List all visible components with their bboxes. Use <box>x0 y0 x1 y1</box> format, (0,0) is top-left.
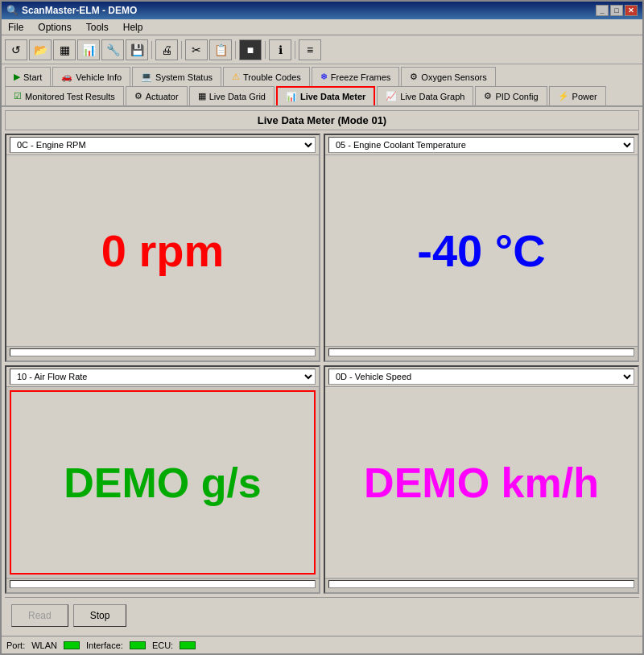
meter2-dropdown-row: 05 - Engine Coolant Temperature <box>325 135 638 155</box>
section-title: Live Data Meter (Mode 01) <box>5 110 639 130</box>
meter2-value: -40 °C <box>417 225 545 277</box>
meter4-progress-bar <box>328 580 634 588</box>
toolbar-save[interactable]: 💾 <box>126 39 148 60</box>
meter-engine-rpm: 0C - Engine RPM 0 rpm <box>5 134 320 362</box>
meters-grid: 0C - Engine RPM 0 rpm 05 - Engine Coolan… <box>5 134 639 594</box>
tab-actuator[interactable]: ⚙ Actuator <box>126 86 188 105</box>
toolbar-refresh[interactable]: ↺ <box>5 39 27 60</box>
tab-live-data-meter[interactable]: 📊 Live Data Meter <box>276 86 375 105</box>
meter3-value-area: DEMO g/s <box>10 390 316 575</box>
bottom-bar: Read Stop <box>5 597 639 632</box>
tab-pid-config[interactable]: ⚙ PID Config <box>475 86 547 105</box>
meter4-value-area: DEMO km/h <box>325 387 638 578</box>
title-bar: 🔍 ScanMaster-ELM - DEMO _ □ ✕ <box>2 2 642 19</box>
toolbar-wrench[interactable]: 🔧 <box>101 39 124 60</box>
meter1-value-area: 0 rpm <box>6 155 319 346</box>
meter3-progress-bar <box>10 580 316 588</box>
menu-bar: File Options Tools Help <box>2 19 642 35</box>
interface-led <box>130 641 146 649</box>
meter4-dropdown-row: 0D - Vehicle Speed <box>325 367 638 387</box>
toolbar-black-square[interactable]: ■ <box>239 39 262 60</box>
toolbar-print[interactable]: 🖨 <box>155 39 178 60</box>
toolbar-chart[interactable]: 📊 <box>77 39 100 60</box>
port-label: Port: <box>6 641 25 650</box>
monitored-test-icon: ☑ <box>14 91 22 101</box>
content-area: Live Data Meter (Mode 01) 0C - Engine RP… <box>2 105 642 636</box>
meter-vehicle-speed: 0D - Vehicle Speed DEMO km/h <box>324 365 639 594</box>
tab-monitored-test[interactable]: ☑ Monitored Test Results <box>5 86 124 105</box>
meter4-value: DEMO km/h <box>364 459 599 507</box>
meter3-select[interactable]: 10 - Air Flow Rate <box>10 369 316 385</box>
close-btn[interactable]: ✕ <box>625 5 638 16</box>
nav-row1: ▶ Start 🚗 Vehicle Info 💻 System Status ⚠… <box>2 64 642 86</box>
toolbar-sep1 <box>151 41 152 59</box>
tab-live-data-grid[interactable]: ▦ Live Data Grid <box>189 86 275 105</box>
vehicle-info-icon: 🚗 <box>61 72 72 82</box>
toolbar-cut[interactable]: ✂ <box>185 39 208 60</box>
minimize-btn[interactable]: _ <box>596 5 609 16</box>
main-window: 🔍 ScanMaster-ELM - DEMO _ □ ✕ File Optio… <box>0 0 644 655</box>
meter1-value: 0 rpm <box>101 225 225 277</box>
ecu-led <box>180 641 196 649</box>
status-bar: Port: WLAN Interface: ECU: <box>2 636 642 653</box>
toolbar-sep3 <box>235 41 236 59</box>
meter3-progress <box>6 578 319 592</box>
meter4-select[interactable]: 0D - Vehicle Speed <box>328 369 634 385</box>
app-icon: 🔍 <box>6 5 19 16</box>
menu-tools[interactable]: Tools <box>83 22 112 33</box>
tab-trouble-codes[interactable]: ⚠ Trouble Codes <box>223 67 310 86</box>
maximize-btn[interactable]: □ <box>610 5 623 16</box>
meter-air-flow: 10 - Air Flow Rate DEMO g/s <box>5 365 320 594</box>
port-led <box>64 641 80 649</box>
meter1-select[interactable]: 0C - Engine RPM <box>10 137 316 153</box>
stop-button[interactable]: Stop <box>73 604 127 627</box>
pid-config-icon: ⚙ <box>484 91 492 101</box>
interface-label: Interface: <box>86 641 123 650</box>
system-status-icon: 💻 <box>141 72 152 82</box>
start-icon: ▶ <box>14 72 20 82</box>
meter2-progress-bar <box>328 348 634 356</box>
toolbar-grid[interactable]: ▦ <box>53 39 76 60</box>
meter3-dropdown-row: 10 - Air Flow Rate <box>6 367 319 387</box>
menu-help[interactable]: Help <box>120 22 147 33</box>
tab-power[interactable]: ⚡ Power <box>549 86 606 105</box>
menu-file[interactable]: File <box>5 22 27 33</box>
toolbar-sep4 <box>265 41 266 59</box>
oxygen-sensors-icon: ⚙ <box>410 72 418 82</box>
toolbar-info[interactable]: ℹ <box>269 39 291 60</box>
actuator-icon: ⚙ <box>134 91 142 101</box>
freeze-frames-icon: ❄ <box>320 72 328 82</box>
meter2-progress <box>325 346 638 360</box>
tab-freeze-frames[interactable]: ❄ Freeze Frames <box>312 67 400 86</box>
ecu-label: ECU: <box>152 641 173 650</box>
read-button[interactable]: Read <box>11 604 68 627</box>
toolbar-list[interactable]: ≡ <box>299 39 321 60</box>
meter1-progress-bar <box>10 348 316 356</box>
toolbar-copy[interactable]: 📋 <box>209 39 232 60</box>
meter4-progress <box>325 578 638 592</box>
power-icon: ⚡ <box>558 91 569 101</box>
meter1-dropdown-row: 0C - Engine RPM <box>6 135 319 155</box>
tab-vehicle-info[interactable]: 🚗 Vehicle Info <box>52 67 130 86</box>
meter3-value: DEMO g/s <box>64 459 262 507</box>
toolbar: ↺ 📂 ▦ 📊 🔧 💾 🖨 ✂ 📋 ■ ℹ ≡ <box>2 35 642 64</box>
toolbar-sep2 <box>181 41 182 59</box>
meter1-progress <box>6 346 319 360</box>
window-title: ScanMaster-ELM - DEMO <box>22 5 137 16</box>
tab-start[interactable]: ▶ Start <box>5 67 51 86</box>
tab-live-data-graph[interactable]: 📈 Live Data Graph <box>377 86 473 105</box>
meter-coolant-temp: 05 - Engine Coolant Temperature -40 °C <box>324 134 639 362</box>
menu-options[interactable]: Options <box>35 22 74 33</box>
trouble-codes-icon: ⚠ <box>232 72 240 82</box>
port-value: WLAN <box>31 641 57 650</box>
nav-row2: ☑ Monitored Test Results ⚙ Actuator ▦ Li… <box>2 86 642 105</box>
live-data-meter-icon: 📊 <box>286 92 297 102</box>
tab-system-status[interactable]: 💻 System Status <box>132 67 221 86</box>
meter2-select[interactable]: 05 - Engine Coolant Temperature <box>328 137 634 153</box>
live-data-graph-icon: 📈 <box>386 91 397 101</box>
meter2-value-area: -40 °C <box>325 155 638 346</box>
toolbar-open[interactable]: 📂 <box>29 39 52 60</box>
live-data-grid-icon: ▦ <box>198 91 206 101</box>
toolbar-sep5 <box>295 41 295 59</box>
tab-oxygen-sensors[interactable]: ⚙ Oxygen Sensors <box>401 67 495 86</box>
